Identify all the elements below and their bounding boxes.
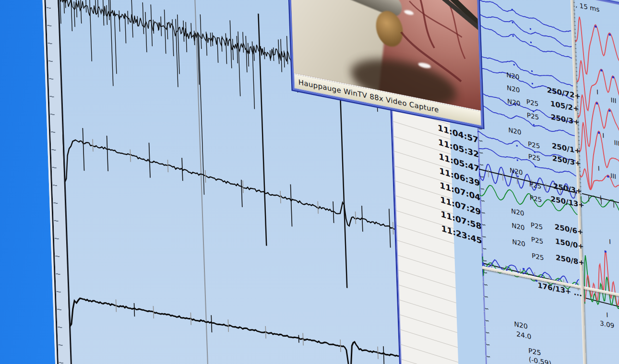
- evoked-potentials-window: , 15 ms 176/13+ ... N20250/72+N20P25105/…: [468, 0, 619, 364]
- abr-peak-label-1: I: [596, 88, 599, 96]
- p25-label: P25: [531, 221, 543, 231]
- stimulus-count-value: 250/1+: [548, 141, 581, 155]
- grid-line: [190, 0, 215, 364]
- n20-label: N20: [507, 84, 520, 94]
- peak-latency-value: 3.09: [600, 319, 615, 329]
- n20-label: N20: [511, 207, 524, 217]
- peak-label: I: [606, 311, 608, 319]
- n20-label: N20: [512, 238, 525, 248]
- trend-labels-layer: N20250/72+N20P25105/2+N20P25250/3+N20P25…: [468, 0, 619, 364]
- abr-peak-label-1: I: [602, 131, 605, 140]
- stimulus-count-value: 250/6+: [551, 222, 583, 236]
- n20-label: N20: [514, 320, 528, 330]
- n20-label: N20: [507, 97, 521, 107]
- n20-label: N20: [510, 166, 523, 176]
- tilted-screen: 200 µVOc re - ...2 s200 µVOr re - ...2 s…: [0, 0, 619, 364]
- abr-peak-label-3: III: [614, 139, 619, 147]
- stimulus-count-value: 250/3+: [549, 153, 581, 168]
- p25-label: P25: [528, 140, 540, 150]
- timestamp-list: 11:04:5711:05:3211:05:4711:06:3911:07:04…: [392, 97, 488, 364]
- stimulus-count-value: 250/13+: [550, 194, 583, 209]
- p25-label: P25: [526, 98, 539, 108]
- stimulus-count-value: 150/0+: [552, 236, 584, 251]
- p25-label: P25: [529, 180, 542, 190]
- abr-peak-label-1: I: [597, 164, 600, 173]
- n20-label: N20: [512, 222, 525, 232]
- p25-label: P25: [531, 235, 544, 246]
- abr-peak-label-3: III: [610, 172, 617, 180]
- n20-latency-value: 24.0: [516, 330, 532, 341]
- app-window: 200 µVOc re - ...2 s200 µVOr re - ...2 s…: [0, 0, 619, 364]
- stimulus-count-value: 250/8+: [553, 252, 585, 267]
- abr-peak-label-1: I: [600, 194, 602, 202]
- stimulus-count-value: 250/3+: [550, 181, 582, 196]
- p25-label: P25: [530, 194, 542, 204]
- abr-peak-label-1: I: [609, 237, 611, 246]
- p25-label: P25: [532, 252, 544, 262]
- stimulus-count-value: 105/2+: [547, 98, 579, 113]
- p25-label: P25: [528, 153, 541, 163]
- abr-peak-label-3: III: [610, 96, 617, 105]
- stimulus-count-value: 250/3+: [548, 112, 580, 127]
- n20-label: N20: [508, 126, 522, 136]
- n20-label: N20: [506, 71, 520, 81]
- timestamp-list-window: 11:04:5711:05:3211:05:4711:06:3911:07:04…: [390, 97, 488, 364]
- stimulus-count-value: 250/72+: [547, 85, 579, 100]
- p25-label: P25: [527, 111, 539, 121]
